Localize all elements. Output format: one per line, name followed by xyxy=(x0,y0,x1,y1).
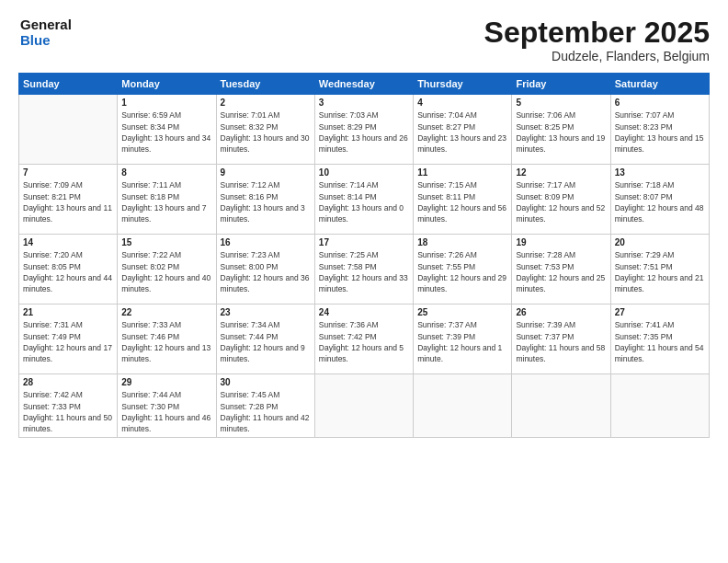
day-cell: 25Sunrise: 7:37 AMSunset: 7:39 PMDayligh… xyxy=(414,304,512,374)
day-info: Sunrise: 7:34 AMSunset: 7:44 PMDaylight:… xyxy=(221,319,311,364)
day-cell: 15Sunrise: 7:22 AMSunset: 8:02 PMDayligh… xyxy=(118,235,216,304)
day-info: Sunrise: 7:04 AMSunset: 8:27 PMDaylight:… xyxy=(417,109,507,155)
day-number: 19 xyxy=(516,237,606,247)
day-number: 29 xyxy=(121,377,211,387)
page: General Blue September 2025 Dudzele, Fla… xyxy=(0,0,728,563)
day-number: 21 xyxy=(23,307,113,317)
col-header-thursday: Thursday xyxy=(414,74,512,95)
day-number: 1 xyxy=(121,98,211,108)
location: Dudzele, Flanders, Belgium xyxy=(484,49,710,63)
week-row-1: 1Sunrise: 6:59 AMSunset: 8:34 PMDaylight… xyxy=(19,95,710,165)
day-number: 8 xyxy=(121,167,211,178)
day-cell xyxy=(610,374,709,438)
day-number: 9 xyxy=(221,167,311,178)
day-number: 2 xyxy=(221,98,311,108)
col-header-sunday: Sunday xyxy=(19,74,118,95)
day-info: Sunrise: 7:15 AMSunset: 8:11 PMDaylight:… xyxy=(417,179,507,224)
day-cell: 14Sunrise: 7:20 AMSunset: 8:05 PMDayligh… xyxy=(19,235,118,304)
day-cell: 26Sunrise: 7:39 AMSunset: 7:37 PMDayligh… xyxy=(512,304,610,374)
logo-blue-text: Blue xyxy=(20,32,72,48)
day-cell: 6Sunrise: 7:07 AMSunset: 8:23 PMDaylight… xyxy=(610,95,709,165)
col-header-tuesday: Tuesday xyxy=(216,74,314,95)
day-info: Sunrise: 7:41 AMSunset: 7:35 PMDaylight:… xyxy=(615,319,705,364)
day-number: 4 xyxy=(417,98,507,108)
day-number: 25 xyxy=(417,307,507,317)
week-row-2: 7Sunrise: 7:09 AMSunset: 8:21 PMDaylight… xyxy=(19,165,710,235)
day-cell: 17Sunrise: 7:25 AMSunset: 7:58 PMDayligh… xyxy=(314,235,413,304)
day-number: 18 xyxy=(417,237,507,247)
day-cell: 16Sunrise: 7:23 AMSunset: 8:00 PMDayligh… xyxy=(216,235,314,304)
col-header-monday: Monday xyxy=(118,74,216,95)
day-number: 24 xyxy=(319,307,409,317)
logo-general-text: General xyxy=(20,17,72,32)
day-number: 16 xyxy=(221,237,311,247)
day-info: Sunrise: 7:20 AMSunset: 8:05 PMDaylight:… xyxy=(23,249,113,294)
day-cell: 18Sunrise: 7:26 AMSunset: 7:55 PMDayligh… xyxy=(414,235,512,304)
day-cell: 22Sunrise: 7:33 AMSunset: 7:46 PMDayligh… xyxy=(118,304,216,374)
day-info: Sunrise: 7:42 AMSunset: 7:33 PMDaylight:… xyxy=(23,389,113,434)
day-number: 22 xyxy=(121,307,211,317)
day-cell: 8Sunrise: 7:11 AMSunset: 8:18 PMDaylight… xyxy=(118,165,216,235)
day-info: Sunrise: 7:26 AMSunset: 7:55 PMDaylight:… xyxy=(417,249,507,294)
week-row-3: 14Sunrise: 7:20 AMSunset: 8:05 PMDayligh… xyxy=(19,235,710,304)
day-info: Sunrise: 7:29 AMSunset: 7:51 PMDaylight:… xyxy=(615,249,705,294)
day-cell: 30Sunrise: 7:45 AMSunset: 7:28 PMDayligh… xyxy=(216,374,314,438)
day-cell: 29Sunrise: 7:44 AMSunset: 7:30 PMDayligh… xyxy=(118,374,216,438)
day-number: 7 xyxy=(23,167,113,178)
day-info: Sunrise: 7:06 AMSunset: 8:25 PMDaylight:… xyxy=(516,109,606,155)
day-number: 11 xyxy=(417,167,507,178)
day-info: Sunrise: 7:36 AMSunset: 7:42 PMDaylight:… xyxy=(319,319,409,364)
day-info: Sunrise: 7:37 AMSunset: 7:39 PMDaylight:… xyxy=(417,319,507,364)
day-number: 26 xyxy=(516,307,606,317)
week-row-4: 21Sunrise: 7:31 AMSunset: 7:49 PMDayligh… xyxy=(19,304,710,374)
day-info: Sunrise: 7:11 AMSunset: 8:18 PMDaylight:… xyxy=(121,179,211,224)
day-info: Sunrise: 7:23 AMSunset: 8:00 PMDaylight:… xyxy=(221,249,311,294)
header: General Blue September 2025 Dudzele, Fla… xyxy=(18,17,710,63)
day-number: 13 xyxy=(615,167,705,178)
day-cell: 9Sunrise: 7:12 AMSunset: 8:16 PMDaylight… xyxy=(216,165,314,235)
day-info: Sunrise: 7:31 AMSunset: 7:49 PMDaylight:… xyxy=(23,319,113,364)
day-info: Sunrise: 7:01 AMSunset: 8:32 PMDaylight:… xyxy=(221,109,311,155)
day-cell xyxy=(512,374,610,438)
day-cell: 28Sunrise: 7:42 AMSunset: 7:33 PMDayligh… xyxy=(19,374,118,438)
day-info: Sunrise: 7:18 AMSunset: 8:07 PMDaylight:… xyxy=(615,179,705,224)
day-info: Sunrise: 6:59 AMSunset: 8:34 PMDaylight:… xyxy=(121,109,211,155)
day-cell: 23Sunrise: 7:34 AMSunset: 7:44 PMDayligh… xyxy=(216,304,314,374)
day-number: 14 xyxy=(23,237,113,247)
day-cell: 5Sunrise: 7:06 AMSunset: 8:25 PMDaylight… xyxy=(512,95,610,165)
day-cell: 13Sunrise: 7:18 AMSunset: 8:07 PMDayligh… xyxy=(610,165,709,235)
col-header-wednesday: Wednesday xyxy=(314,74,413,95)
day-info: Sunrise: 7:03 AMSunset: 8:29 PMDaylight:… xyxy=(319,109,409,155)
day-cell: 24Sunrise: 7:36 AMSunset: 7:42 PMDayligh… xyxy=(314,304,413,374)
day-number: 20 xyxy=(615,237,705,247)
day-number: 12 xyxy=(516,167,606,178)
day-cell: 3Sunrise: 7:03 AMSunset: 8:29 PMDaylight… xyxy=(314,95,413,165)
day-info: Sunrise: 7:14 AMSunset: 8:14 PMDaylight:… xyxy=(319,179,409,224)
day-info: Sunrise: 7:45 AMSunset: 7:28 PMDaylight:… xyxy=(221,389,311,434)
day-info: Sunrise: 7:39 AMSunset: 7:37 PMDaylight:… xyxy=(516,319,606,364)
day-number: 27 xyxy=(615,307,705,317)
day-info: Sunrise: 7:12 AMSunset: 8:16 PMDaylight:… xyxy=(221,179,311,224)
calendar-table: SundayMondayTuesdayWednesdayThursdayFrid… xyxy=(18,73,710,438)
day-info: Sunrise: 7:44 AMSunset: 7:30 PMDaylight:… xyxy=(121,389,211,434)
day-cell: 7Sunrise: 7:09 AMSunset: 8:21 PMDaylight… xyxy=(19,165,118,235)
day-number: 5 xyxy=(516,98,606,108)
day-info: Sunrise: 7:25 AMSunset: 7:58 PMDaylight:… xyxy=(319,249,409,294)
day-cell: 2Sunrise: 7:01 AMSunset: 8:32 PMDaylight… xyxy=(216,95,314,165)
day-cell xyxy=(19,95,118,165)
day-number: 17 xyxy=(319,237,409,247)
day-number: 28 xyxy=(23,377,113,387)
day-info: Sunrise: 7:17 AMSunset: 8:09 PMDaylight:… xyxy=(516,179,606,224)
week-row-5: 28Sunrise: 7:42 AMSunset: 7:33 PMDayligh… xyxy=(19,374,710,438)
day-cell: 4Sunrise: 7:04 AMSunset: 8:27 PMDaylight… xyxy=(414,95,512,165)
day-cell: 21Sunrise: 7:31 AMSunset: 7:49 PMDayligh… xyxy=(19,304,118,374)
day-number: 3 xyxy=(319,98,409,108)
day-number: 23 xyxy=(221,307,311,317)
day-cell xyxy=(314,374,413,438)
day-cell xyxy=(414,374,512,438)
day-number: 10 xyxy=(319,167,409,178)
day-info: Sunrise: 7:28 AMSunset: 7:53 PMDaylight:… xyxy=(516,249,606,294)
day-number: 15 xyxy=(121,237,211,247)
day-cell: 20Sunrise: 7:29 AMSunset: 7:51 PMDayligh… xyxy=(610,235,709,304)
col-header-saturday: Saturday xyxy=(610,74,709,95)
